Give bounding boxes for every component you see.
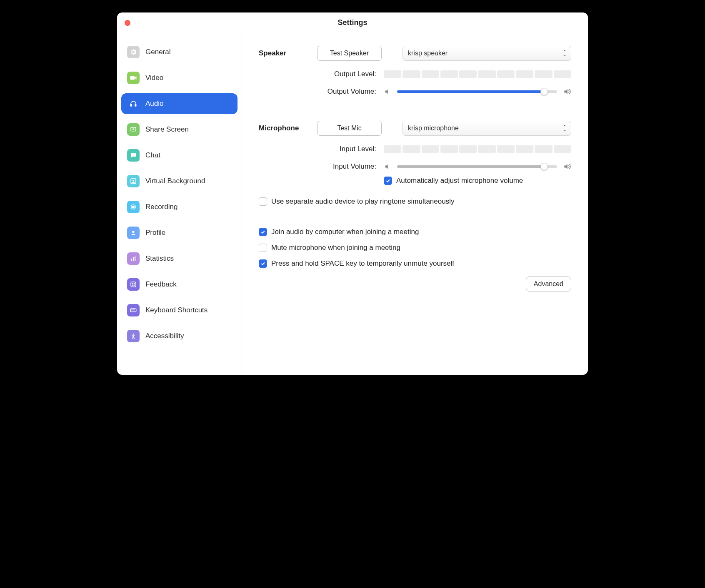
mute-on-join-checkbox[interactable]: [259, 244, 267, 252]
recording-icon: [127, 201, 140, 213]
sidebar-item-label: General: [145, 48, 170, 56]
speaker-device-select[interactable]: krisp speaker ⌃⌄: [402, 46, 571, 61]
svg-rect-0: [130, 105, 132, 107]
svg-rect-10: [135, 257, 135, 261]
close-window-button[interactable]: [125, 20, 130, 26]
mic-device-value: krisp microphone: [408, 125, 459, 132]
output-volume-label: Output Volume:: [259, 87, 384, 96]
sidebar-item-share-screen[interactable]: Share Screen: [121, 119, 238, 140]
sidebar-item-profile[interactable]: Profile: [121, 222, 238, 243]
headphones-icon: [127, 97, 140, 110]
share-screen-icon: [127, 123, 140, 136]
input-volume-label: Input Volume:: [259, 162, 384, 171]
volume-low-icon: [384, 163, 391, 170]
gear-icon: [127, 46, 140, 58]
sidebar-item-label: Video: [145, 74, 163, 82]
space-unmute-label: Press and hold SPACE key to temporarily …: [271, 259, 454, 268]
chevron-up-down-icon: ⌃⌄: [562, 51, 567, 56]
input-level-label: Input Level:: [259, 145, 384, 153]
svg-rect-14: [130, 309, 136, 312]
svg-point-15: [133, 334, 134, 335]
svg-rect-11: [131, 282, 136, 287]
feedback-icon: [127, 278, 140, 291]
separate-ringtone-checkbox[interactable]: [259, 197, 267, 206]
volume-high-icon: [563, 162, 571, 171]
sidebar: General Video Audio Share Screen: [117, 33, 242, 375]
mute-on-join-label: Mute microphone when joining a meeting: [271, 244, 400, 252]
sidebar-item-video[interactable]: Video: [121, 67, 238, 88]
svg-point-13: [134, 284, 135, 284]
volume-high-icon: [563, 87, 571, 96]
video-icon: [127, 72, 140, 84]
output-level-meter: [384, 70, 571, 78]
sidebar-item-label: Profile: [145, 229, 165, 237]
sidebar-item-label: Chat: [145, 151, 160, 159]
microphone-section: Microphone Test Mic krisp microphone ⌃⌄ …: [259, 121, 571, 185]
test-speaker-button[interactable]: Test Speaker: [317, 46, 382, 61]
sidebar-item-label: Feedback: [145, 280, 177, 289]
auto-adjust-mic-label: Automatically adjust microphone volume: [396, 177, 523, 185]
test-mic-button[interactable]: Test Mic: [317, 121, 382, 136]
svg-rect-8: [131, 259, 132, 261]
titlebar: Settings: [117, 12, 588, 33]
sidebar-item-label: Recording: [145, 203, 178, 211]
accessibility-icon: [127, 330, 140, 342]
sidebar-item-audio[interactable]: Audio: [121, 93, 238, 114]
output-level-label: Output Level:: [259, 70, 384, 78]
sidebar-item-keyboard-shortcuts[interactable]: Keyboard Shortcuts: [121, 300, 238, 321]
options-section: Use separate audio device to play ringto…: [259, 197, 571, 292]
main-panel: Speaker Test Speaker krisp speaker ⌃⌄ Ou…: [242, 33, 588, 375]
advanced-button[interactable]: Advanced: [526, 276, 571, 292]
sidebar-item-recording[interactable]: Recording: [121, 197, 238, 217]
svg-point-4: [132, 180, 134, 182]
separate-ringtone-label: Use separate audio device to play ringto…: [271, 197, 454, 206]
sidebar-item-label: Share Screen: [145, 125, 189, 134]
sidebar-item-chat[interactable]: Chat: [121, 145, 238, 166]
sidebar-item-statistics[interactable]: Statistics: [121, 248, 238, 269]
sidebar-item-label: Keyboard Shortcuts: [145, 306, 208, 314]
space-unmute-checkbox[interactable]: [259, 259, 267, 268]
input-level-meter: [384, 145, 571, 153]
sidebar-item-label: Statistics: [145, 254, 174, 263]
speaker-device-value: krisp speaker: [408, 50, 448, 57]
sidebar-item-label: Accessibility: [145, 332, 184, 340]
statistics-icon: [127, 252, 140, 265]
sidebar-item-label: Audio: [145, 100, 163, 108]
microphone-heading: Microphone: [259, 124, 317, 132]
window-title: Settings: [117, 18, 588, 27]
svg-point-7: [132, 231, 134, 233]
keyboard-icon: [127, 304, 140, 316]
sidebar-item-label: Virtual Background: [145, 177, 205, 185]
svg-point-12: [132, 284, 133, 284]
mic-device-select[interactable]: krisp microphone ⌃⌄: [402, 121, 571, 136]
svg-point-6: [132, 206, 135, 208]
chat-icon: [127, 149, 140, 162]
speaker-section: Speaker Test Speaker krisp speaker ⌃⌄ Ou…: [259, 46, 571, 96]
sidebar-item-general[interactable]: General: [121, 42, 238, 62]
join-audio-label: Join audio by computer when joining a me…: [271, 228, 419, 236]
divider: [259, 216, 571, 216]
output-volume-slider[interactable]: [397, 90, 557, 93]
chevron-up-down-icon: ⌃⌄: [562, 126, 567, 131]
join-audio-checkbox[interactable]: [259, 228, 267, 236]
speaker-heading: Speaker: [259, 49, 317, 57]
settings-window: Settings General Video Audio: [117, 12, 588, 375]
input-volume-slider[interactable]: [397, 165, 557, 168]
volume-low-icon: [384, 88, 391, 95]
sidebar-item-accessibility[interactable]: Accessibility: [121, 326, 238, 346]
profile-icon: [127, 227, 140, 239]
virtual-background-icon: [127, 175, 140, 187]
svg-rect-9: [133, 257, 134, 261]
svg-rect-1: [135, 105, 136, 107]
sidebar-item-feedback[interactable]: Feedback: [121, 274, 238, 295]
auto-adjust-mic-checkbox[interactable]: [384, 177, 392, 185]
sidebar-item-virtual-background[interactable]: Virtual Background: [121, 171, 238, 192]
